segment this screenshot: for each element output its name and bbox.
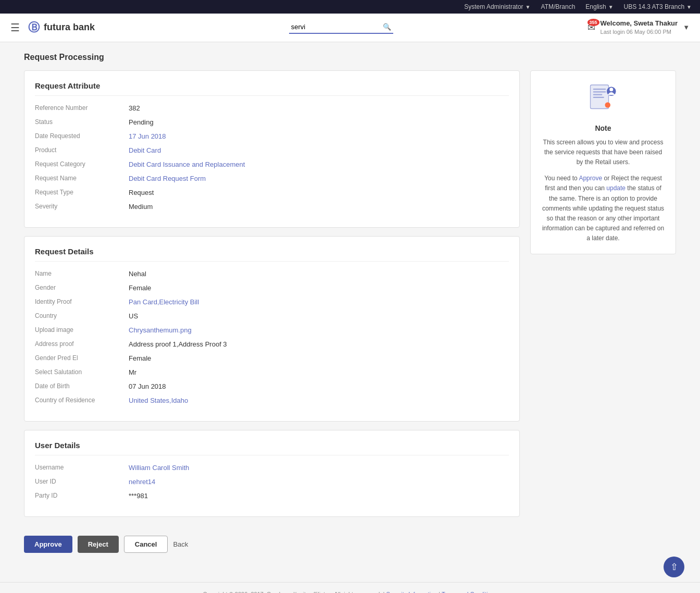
field-label: Country of Residence: [35, 397, 129, 404]
notification-badge: 355: [588, 19, 599, 26]
field-label: Request Type: [35, 189, 129, 196]
field-value: United States,Idaho: [129, 397, 188, 404]
field-value: Debit Card Request Form: [129, 175, 206, 182]
field-value: 17 Jun 2018: [129, 132, 166, 140]
request-details-section: Request Details NameNehalGenderFemaleIde…: [24, 236, 520, 422]
field-label: Reference Number: [35, 104, 129, 112]
field-row: Gender Pred ElFemale: [35, 354, 509, 362]
back-button[interactable]: Back: [173, 536, 188, 553]
system-admin-menu[interactable]: System Administrator ▼: [464, 3, 530, 10]
field-value: 382: [129, 104, 140, 112]
svg-rect-3: [593, 94, 603, 95]
field-value: Pending: [129, 118, 154, 126]
chevron-down-icon: ▼: [608, 4, 614, 10]
field-label: Date of Birth: [35, 382, 129, 390]
field-row: Address proofAddress proof 1,Address Pro…: [35, 340, 509, 348]
field-label: Party ID: [35, 492, 129, 499]
note-panel: Note This screen allows you to view and …: [530, 70, 676, 255]
terms-link[interactable]: Terms and Conditions: [442, 591, 497, 593]
user-chevron-icon[interactable]: ▼: [683, 23, 690, 31]
field-label: Select Salutation: [35, 368, 129, 376]
request-attribute-fields: Reference Number382StatusPendingDate Req…: [35, 104, 509, 211]
field-row: User IDnehret14: [35, 478, 509, 486]
header: ☰ Ⓑ futura bank 🔍 ✉ 355 Welcome, Sweta T…: [0, 14, 700, 42]
approve-link: Approve: [579, 175, 602, 182]
field-value: 07 Jun 2018: [129, 382, 166, 390]
svg-point-7: [605, 102, 611, 108]
request-details-fields: NameNehalGenderFemaleIdentity ProofPan C…: [35, 270, 509, 404]
field-value: William Caroll Smith: [129, 464, 189, 472]
system-admin-label: System Administrator: [464, 3, 523, 10]
page-content: Request Processing Request Attribute Ref…: [11, 42, 689, 572]
action-bar: Approve Reject Cancel Back: [24, 527, 520, 561]
field-row: Request CategoryDebit Card Issuance and …: [35, 160, 509, 168]
field-label: Username: [35, 464, 129, 471]
field-row: UsernameWilliam Caroll Smith: [35, 464, 509, 472]
main-layout: Request Attribute Reference Number382Sta…: [24, 70, 676, 561]
search-input[interactable]: [289, 21, 393, 34]
field-row: Party ID***981: [35, 492, 509, 500]
field-label: Request Name: [35, 175, 129, 182]
svg-point-6: [609, 88, 613, 91]
approve-button[interactable]: Approve: [24, 536, 72, 553]
field-row: Country of ResidenceUnited States,Idaho: [35, 397, 509, 404]
field-value: ***981: [129, 492, 148, 500]
version-label: UBS 14.3 AT3 Branch: [624, 3, 685, 10]
field-row: Date Requested17 Jun 2018: [35, 132, 509, 140]
logo: Ⓑ futura bank: [28, 20, 95, 35]
footer: Copyright © 2006, 2017, Oracle and/or it…: [0, 582, 700, 593]
field-label: Country: [35, 312, 129, 319]
cancel-button[interactable]: Cancel: [124, 536, 168, 553]
field-row: CountryUS: [35, 312, 509, 320]
version-item: UBS 14.3 AT3 Branch ▼: [624, 3, 692, 10]
field-value: Nehal: [129, 270, 146, 278]
scroll-to-top-button[interactable]: ⇧: [664, 557, 684, 577]
last-login: Last login 06 May 06:00 PM: [601, 28, 678, 36]
logo-text: futura bank: [44, 22, 95, 33]
field-label: Request Category: [35, 160, 129, 168]
page-title: Request Processing: [24, 53, 676, 62]
field-value: Address proof 1,Address Proof 3: [129, 340, 227, 348]
field-row: Reference Number382: [35, 104, 509, 112]
search-area: 🔍: [103, 21, 579, 34]
field-label: Severity: [35, 203, 129, 210]
search-icon[interactable]: 🔍: [383, 23, 391, 31]
note-illustration: [541, 81, 665, 118]
chevron-down-icon: ▼: [526, 4, 531, 10]
field-value: Chrysanthemum.png: [129, 326, 192, 334]
user-name: Welcome, Sweta Thakur: [601, 19, 678, 28]
field-value: nehret14: [129, 478, 155, 486]
field-value: Female: [129, 354, 151, 362]
svg-rect-1: [593, 89, 606, 90]
field-row: Upload imageChrysanthemum.png: [35, 326, 509, 334]
field-value: US: [129, 312, 138, 320]
field-row: Request TypeRequest: [35, 189, 509, 196]
top-bar: System Administrator ▼ ATM/Branch Englis…: [0, 0, 700, 14]
field-value: Debit Card Issuance and Replacement: [129, 160, 245, 168]
field-row: Identity ProofPan Card,Electricity Bill: [35, 298, 509, 306]
hamburger-menu[interactable]: ☰: [10, 21, 20, 34]
request-attribute-section: Request Attribute Reference Number382Sta…: [24, 70, 520, 228]
field-row: Request NameDebit Card Request Form: [35, 175, 509, 182]
note-text-2: You need to Approve or Reject the reques…: [541, 174, 665, 243]
security-info-link[interactable]: Security Information: [386, 591, 437, 593]
field-value: Mr: [129, 368, 136, 376]
notification-bell[interactable]: ✉ 355: [588, 22, 595, 33]
update-link: update: [606, 184, 626, 192]
language-menu[interactable]: English ▼: [585, 3, 613, 10]
user-details-title: User Details: [35, 441, 509, 455]
language-label: English: [585, 3, 606, 10]
user-info: Welcome, Sweta Thakur Last login 06 May …: [601, 19, 678, 36]
footer-copyright: Copyright © 2006, 2017, Oracle and/or it…: [203, 591, 382, 593]
note-title: Note: [541, 124, 665, 132]
field-row: GenderFemale: [35, 284, 509, 292]
field-value: Medium: [129, 203, 153, 211]
field-row: SeverityMedium: [35, 203, 509, 211]
field-label: Status: [35, 118, 129, 126]
atm-branch-item[interactable]: ATM/Branch: [541, 3, 576, 10]
right-panel: Note This screen allows you to view and …: [530, 70, 676, 255]
svg-rect-4: [593, 96, 604, 97]
field-value: Debit Card: [129, 146, 161, 154]
reject-button[interactable]: Reject: [78, 536, 119, 553]
field-value: Female: [129, 284, 151, 292]
